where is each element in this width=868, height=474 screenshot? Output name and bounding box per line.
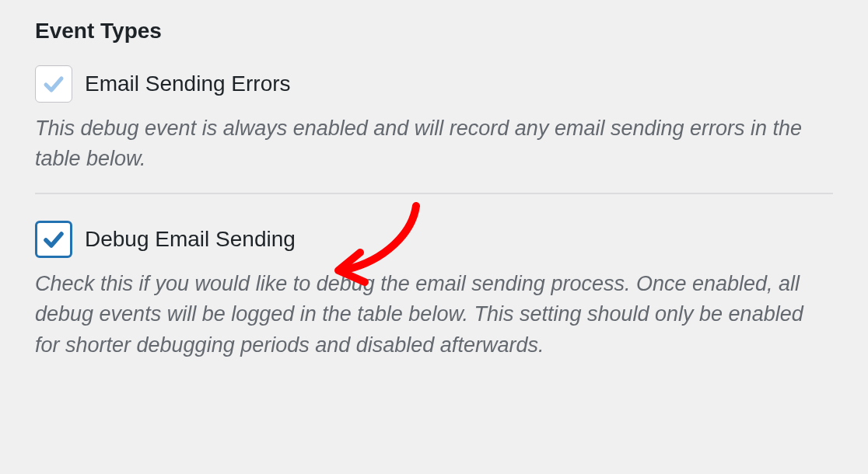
option-row: Debug Email Sending — [35, 221, 833, 258]
checkmark-icon — [41, 71, 66, 96]
option-description: This debug event is always enabled and w… — [35, 113, 833, 174]
checkmark-icon — [41, 227, 66, 252]
checkbox-debug-email-sending[interactable] — [35, 221, 72, 258]
option-description: Check this if you would like to debug th… — [35, 269, 833, 360]
option-debug-email-sending: Debug Email Sending Check this if you wo… — [35, 221, 833, 360]
checkbox-email-sending-errors — [35, 65, 72, 103]
option-label: Debug Email Sending — [85, 227, 296, 252]
option-row: Email Sending Errors — [35, 65, 833, 103]
option-email-sending-errors: Email Sending Errors This debug event is… — [35, 65, 833, 174]
option-label: Email Sending Errors — [85, 71, 291, 96]
divider — [35, 193, 833, 194]
section-heading: Event Types — [35, 19, 833, 44]
